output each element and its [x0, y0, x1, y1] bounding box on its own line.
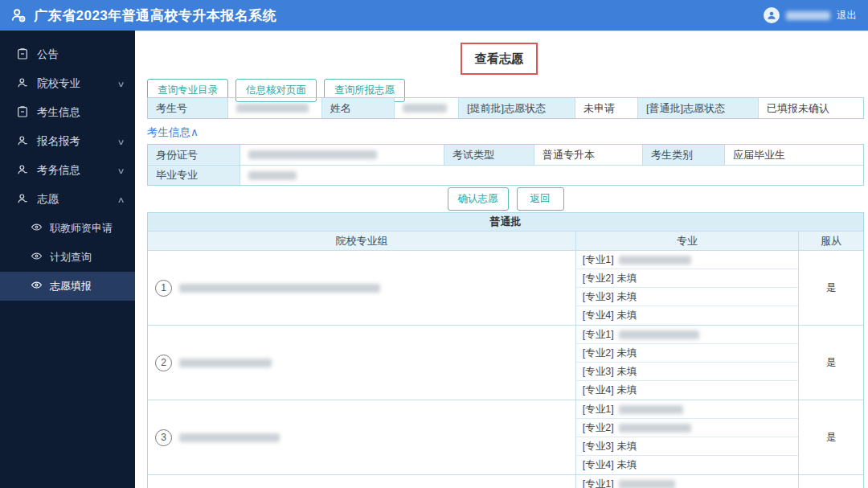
username-redacted	[786, 11, 830, 20]
candidate-summary-table: 考生号 姓名 [提前批]志愿状态 未申请 [普通批]志愿状态 已填报未确认	[147, 97, 864, 119]
sidebar-item-institutions-majors[interactable]: 院校专业 ∨	[0, 69, 135, 98]
obey-cell	[799, 475, 863, 488]
major-slot-label: [专业3] 未填	[583, 365, 637, 379]
logout-button[interactable]: 退出	[837, 9, 857, 23]
group-cell-redacted: 3	[148, 400, 576, 474]
major-slot-label: [专业1]	[583, 253, 614, 267]
major-slot-label: [专业3] 未填	[583, 290, 637, 304]
early-batch-status-label: [提前批]志愿状态	[459, 98, 575, 118]
chevron-up-icon: ∧	[117, 195, 125, 204]
eye-icon	[31, 279, 43, 293]
eye-icon	[31, 250, 43, 265]
general-batch-status-value: 已填报未确认	[759, 98, 863, 118]
major-slot-label: [专业2] 未填	[583, 272, 637, 285]
user-icon	[16, 76, 29, 92]
user-icon	[16, 163, 29, 178]
sidebar-subitem-plan-query[interactable]: 计划查询	[0, 243, 135, 272]
major-slot-label: [专业2] 未填	[583, 347, 637, 360]
general-batch-status-label: [普通批]志愿状态	[638, 98, 759, 118]
major-slot-label: [专业4] 未填	[583, 383, 637, 397]
clipboard-icon	[16, 47, 29, 63]
app-title: 广东省2023年普通高校专升本报名系统	[34, 6, 276, 25]
obey-cell: 是	[799, 326, 863, 400]
sidebar-item-label: 报名报考	[37, 134, 110, 149]
obey-cell: 是	[799, 400, 863, 474]
add-user-logo-icon	[10, 6, 27, 24]
exam-no-value-redacted	[228, 98, 322, 118]
id-number-value-redacted	[240, 145, 444, 165]
sidebar-subitem-preference-filing[interactable]: 志愿填报	[0, 272, 135, 301]
chevron-down-icon: ∨	[117, 80, 125, 88]
candidate-type-label: 考生类别	[643, 145, 725, 165]
exam-type-label: 考试类型	[444, 145, 534, 165]
group-cell-redacted: 2	[148, 326, 576, 400]
candidate-type-value: 应届毕业生	[725, 145, 863, 165]
group-cell-redacted: 1	[148, 251, 576, 325]
table-row: 3 [专业1] [专业2] [专业3] 未填 [专业4] 未填 是	[148, 400, 863, 475]
majors-cell: [专业1] [专业2] 未填 [专业3] 未填 [专业4] 未填	[576, 326, 799, 400]
sidebar: 公告 院校专业 ∨ 考生信息 报名报考 ∨ 考务信息 ∨	[0, 31, 135, 488]
confirm-preferences-button[interactable]: 确认志愿	[448, 187, 509, 211]
early-batch-status-value: 未申请	[575, 98, 638, 118]
main-content: 查看志愿 查询专业目录 信息核对页面 查询所报志愿 考生号 姓名 [提前批]志愿…	[135, 31, 868, 488]
preference-table: 普通批 院校专业组 专业 服从 1 [专业1] [专业2] 未填 [专业3] 未…	[147, 212, 864, 488]
chevron-down-icon: ∨	[117, 166, 125, 175]
row-number-badge: 2	[155, 355, 172, 371]
sidebar-item-label: 考务信息	[37, 163, 110, 178]
page-title: 查看志愿	[461, 43, 538, 75]
id-number-label: 身份证号	[148, 145, 240, 165]
eye-icon	[31, 221, 43, 236]
candidate-info-table: 身份证号 考试类型 普通专升本 考生类别 应届毕业生 毕业专业	[147, 144, 864, 186]
table-row: 2 [专业1] [专业2] 未填 [专业3] 未填 [专业4] 未填 是	[148, 326, 863, 400]
majors-cell: [专业1] [专业2] [专业3] 未填 [专业4] 未填	[576, 400, 799, 474]
row-number-badge: 3	[155, 429, 172, 446]
major-slot-label: [专业3] 未填	[583, 440, 637, 453]
sidebar-subitem-label: 志愿填报	[50, 279, 92, 293]
batch-header: 普通批	[148, 213, 863, 232]
exam-type-value: 普通专升本	[534, 145, 643, 165]
sidebar-item-label: 院校专业	[37, 76, 110, 91]
sidebar-item-candidate-info[interactable]: 考生信息	[0, 98, 135, 127]
majors-cell: [专业1] [专业2] 未填 [专业3] 未填 [专业4] 未填	[576, 251, 799, 325]
major-slot-label: [专业1]	[583, 478, 614, 488]
major-slot-label: [专业4] 未填	[583, 309, 637, 322]
sidebar-item-label: 志愿	[37, 192, 110, 207]
app-header: 广东省2023年普通高校专升本报名系统 退出	[0, 0, 868, 31]
sidebar-item-label: 考生信息	[37, 105, 124, 120]
clipboard-icon	[16, 105, 29, 121]
major-slot-label: [专业2]	[583, 421, 614, 435]
table-row: [专业1]	[148, 475, 863, 488]
candidate-info-collapse-link[interactable]: 考生信息∧	[147, 125, 199, 140]
sidebar-subitem-label: 计划查询	[50, 250, 92, 265]
group-cell-redacted	[148, 475, 576, 488]
col-header-major: 专业	[576, 232, 799, 250]
row-number-badge: 1	[155, 280, 172, 297]
majors-cell: [专业1]	[576, 475, 799, 488]
col-header-group: 院校专业组	[148, 232, 576, 250]
action-buttons: 确认志愿 返回	[147, 187, 864, 211]
name-label: 姓名	[322, 98, 395, 118]
major-slot-label: [专业4] 未填	[583, 458, 637, 472]
grad-major-label: 毕业专业	[148, 166, 240, 185]
sidebar-item-exam-affairs[interactable]: 考务信息 ∨	[0, 156, 135, 185]
col-header-obey: 服从	[799, 232, 863, 250]
sidebar-subitem-label: 职教师资申请	[50, 221, 113, 236]
user-icon	[16, 134, 29, 150]
sidebar-item-announcements[interactable]: 公告	[0, 40, 135, 69]
table-column-headers: 院校专业组 专业 服从	[148, 232, 863, 251]
major-slot-label: [专业1]	[583, 403, 614, 416]
name-value-redacted	[395, 98, 459, 118]
table-row: 1 [专业1] [专业2] 未填 [专业3] 未填 [专业4] 未填 是	[148, 251, 863, 326]
major-slot-label: [专业1]	[583, 328, 614, 342]
back-button[interactable]: 返回	[517, 187, 564, 211]
grad-major-value-redacted	[240, 166, 863, 185]
user-avatar-icon	[764, 7, 780, 23]
chevron-down-icon: ∨	[117, 137, 125, 146]
sidebar-item-label: 公告	[37, 47, 124, 62]
user-icon	[16, 192, 29, 207]
sidebar-subitem-vocational-teacher-apply[interactable]: 职教师资申请	[0, 214, 135, 243]
obey-cell: 是	[799, 251, 863, 325]
sidebar-item-registration[interactable]: 报名报考 ∨	[0, 127, 135, 156]
exam-no-label: 考生号	[148, 98, 228, 118]
sidebar-item-preferences[interactable]: 志愿 ∧	[0, 185, 135, 214]
